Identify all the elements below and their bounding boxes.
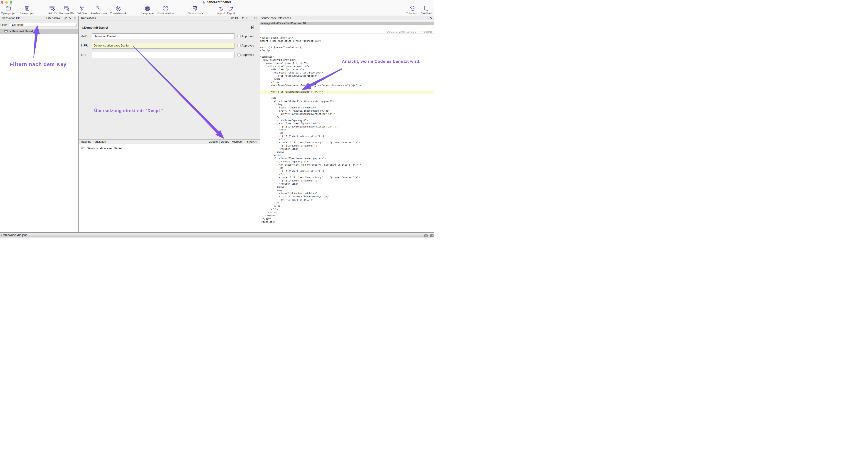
- svg-text:b: b: [204, 1, 205, 3]
